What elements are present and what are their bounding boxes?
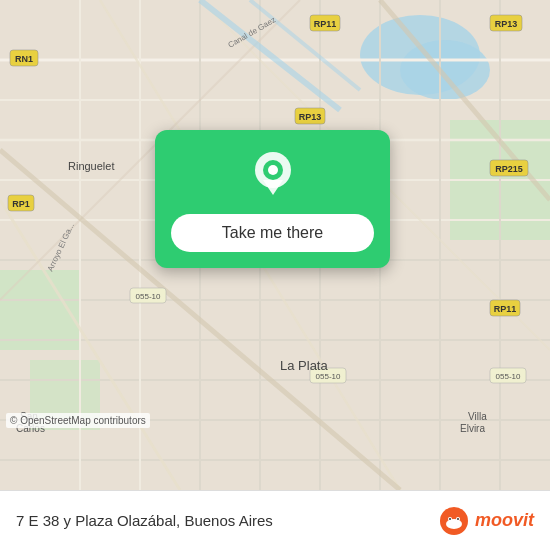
svg-point-2 [400,40,490,100]
svg-text:RP1: RP1 [12,199,30,209]
svg-text:Villa: Villa [468,411,487,422]
svg-text:RP13: RP13 [495,19,518,29]
svg-text:RP11: RP11 [314,19,337,29]
take-me-there-button[interactable]: Take me there [171,214,374,252]
navigation-card: Take me there [155,130,390,268]
moovit-logo: moovit [439,506,534,536]
svg-point-70 [457,518,459,520]
moovit-brand-text: moovit [475,510,534,531]
svg-point-63 [268,165,278,175]
svg-text:RP13: RP13 [299,112,322,122]
map-attribution: © OpenStreetMap contributors [6,413,150,428]
svg-text:Elvira: Elvira [460,423,485,434]
svg-text:Ringuelet: Ringuelet [68,160,114,172]
svg-text:055-10: 055-10 [136,292,161,301]
svg-text:RP11: RP11 [494,304,517,314]
svg-text:055-10: 055-10 [496,372,521,381]
location-label: 7 E 38 y Plaza Olazábal, Buenos Aires [16,512,273,529]
bottom-bar: 7 E 38 y Plaza Olazábal, Buenos Aires mo… [0,490,550,550]
svg-text:055-10: 055-10 [316,372,341,381]
svg-text:RN1: RN1 [15,54,33,64]
svg-point-69 [449,518,451,520]
svg-point-66 [446,519,462,529]
pin-icon [248,150,298,214]
svg-text:La Plata: La Plata [280,358,328,373]
svg-text:RP215: RP215 [495,164,523,174]
svg-marker-64 [263,180,283,195]
